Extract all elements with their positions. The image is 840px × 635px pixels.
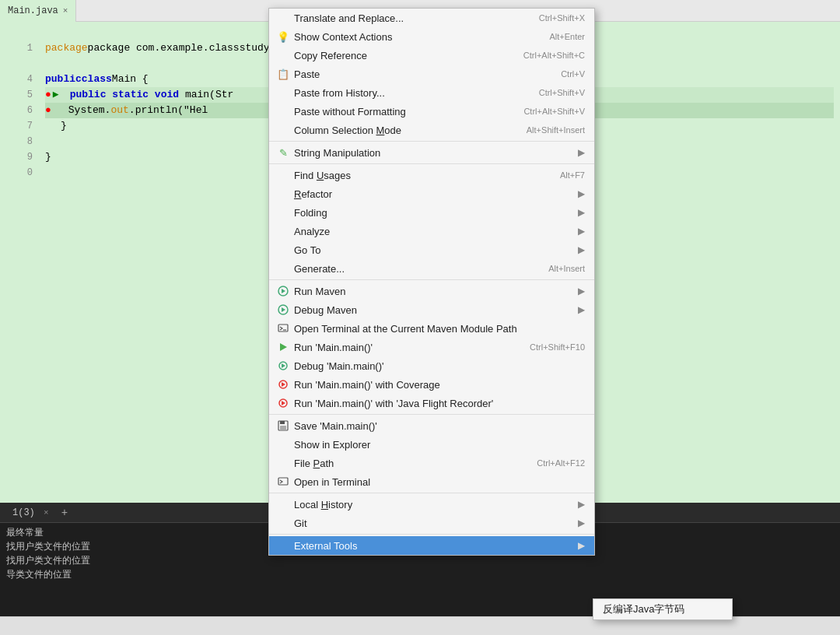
external-tools-arrow: ▶ — [578, 540, 585, 551]
run-main-label: Run 'Main.main()' — [294, 342, 373, 353]
menu-git[interactable]: Git ▶ — [269, 514, 594, 532]
submenu-decompile[interactable]: 反编译Java字节码 — [593, 599, 732, 619]
git-arrow: ▶ — [578, 517, 585, 528]
translate-icon — [277, 12, 289, 24]
menu-save-main[interactable]: Save 'Main.main()' — [269, 416, 594, 435]
line-numbers: 1 4 5 6 7 8 9 0 — [0, 22, 39, 181]
run-main-shortcut: Ctrl+Shift+F10 — [530, 342, 585, 352]
terminal-tab-label: 1(3) — [12, 507, 35, 518]
paste-history-shortcut: Ctrl+Shift+V — [539, 88, 585, 97]
find-usages-icon — [277, 169, 289, 181]
separator-3 — [269, 279, 594, 280]
column-selection-shortcut: Alt+Shift+Insert — [527, 125, 585, 135]
menu-column-selection[interactable]: Column Selection Mode Alt+Shift+Insert — [269, 121, 594, 139]
class-name: Main { — [112, 72, 149, 87]
generate-icon — [277, 262, 289, 275]
menu-paste-no-format[interactable]: Paste without Formatting Ctrl+Alt+Shift+… — [269, 102, 594, 121]
menu-find-usages[interactable]: Find Usages Alt+F7 — [269, 166, 594, 184]
package-keyword: package — [45, 40, 88, 56]
tab-label: Main.java — [8, 5, 58, 16]
menu-debug-maven[interactable]: Debug Maven ▶ — [269, 300, 594, 319]
git-label: Git — [294, 517, 307, 529]
go-to-label: Go To — [294, 244, 320, 256]
analyze-arrow: ▶ — [578, 226, 585, 237]
main-java-tab[interactable]: Main.java × — [0, 0, 76, 22]
debug-main-label: Debug 'Main.main()' — [294, 360, 384, 372]
menu-string-manipulation[interactable]: ✎ String Manipulation ▶ — [269, 143, 594, 162]
menu-file-path[interactable]: File Path Ctrl+Alt+F12 — [269, 454, 594, 472]
terminal-tab-1[interactable]: 1(3) × — [6, 506, 55, 520]
column-selection-icon — [277, 124, 289, 136]
debug-maven-label: Debug Maven — [294, 304, 357, 316]
analyze-label: Analyze — [294, 226, 330, 237]
refactor-label: Refactor — [294, 188, 332, 200]
open-terminal-maven-label: Open Terminal at the Current Maven Modul… — [294, 323, 517, 335]
menu-paste-history[interactable]: Paste from History... Ctrl+Shift+V — [269, 83, 594, 102]
svg-rect-14 — [280, 421, 285, 424]
breakpoint-1: ● — [45, 87, 51, 103]
menu-run-coverage[interactable]: Run 'Main.main()' with Coverage — [269, 375, 594, 394]
folding-icon — [277, 206, 289, 219]
close-brace: } — [61, 118, 67, 134]
paste-no-format-icon — [277, 105, 289, 118]
folding-arrow: ▶ — [578, 207, 585, 218]
local-history-arrow: ▶ — [578, 499, 585, 510]
menu-go-to[interactable]: Go To ▶ — [269, 240, 594, 259]
paste-no-format-label: Paste without Formatting — [294, 106, 406, 118]
menu-run-main[interactable]: Run 'Main.main()' Ctrl+Shift+F10 — [269, 338, 594, 356]
save-main-icon — [277, 419, 289, 432]
save-main-label: Save 'Main.main()' — [294, 420, 377, 432]
go-to-arrow: ▶ — [578, 244, 585, 255]
terminal-tab-add[interactable]: + — [61, 507, 68, 519]
paste-history-icon — [277, 86, 289, 99]
breakpoint-2: ● — [45, 103, 51, 118]
menu-open-terminal-maven[interactable]: Open Terminal at the Current Maven Modul… — [269, 319, 594, 338]
paste-no-format-shortcut: Ctrl+Alt+Shift+V — [523, 107, 585, 116]
menu-show-in-explorer[interactable]: Show in Explorer — [269, 435, 594, 454]
separator-2 — [269, 163, 594, 164]
close-brace2: } — [45, 149, 51, 165]
menu-debug-main[interactable]: Debug 'Main.main()' — [269, 356, 594, 375]
context-menu: Translate and Replace... Ctrl+Shift+X 💡 … — [268, 8, 595, 556]
menu-translate-replace[interactable]: Translate and Replace... Ctrl+Shift+X — [269, 9, 594, 27]
run-coverage-icon — [277, 378, 289, 391]
menu-local-history[interactable]: Local History ▶ — [269, 495, 594, 514]
run-coverage-label: Run 'Main.main()' with Coverage — [294, 379, 440, 391]
menu-refactor[interactable]: Refactor ▶ — [269, 184, 594, 203]
go-to-icon — [277, 244, 289, 256]
menu-run-flight[interactable]: Run 'Main.main()' with 'Java Flight Reco… — [269, 394, 594, 412]
run-main-icon — [277, 341, 289, 353]
run-flight-label: Run 'Main.main()' with 'Java Flight Reco… — [294, 398, 493, 409]
public-keyword: public — [45, 72, 82, 87]
external-tools-submenu: 反编译Java字节码 — [593, 598, 733, 620]
context-actions-label: Show Context Actions — [294, 31, 392, 43]
file-path-icon — [277, 457, 289, 469]
local-history-label: Local History — [294, 499, 352, 510]
debug-maven-icon — [277, 303, 289, 316]
menu-analyze[interactable]: Analyze ▶ — [269, 222, 594, 240]
git-icon — [277, 517, 289, 529]
menu-paste[interactable]: 📋 Paste Ctrl+V — [269, 65, 594, 83]
menu-open-in-terminal[interactable]: Open in Terminal — [269, 472, 594, 491]
tab-close-button[interactable]: × — [63, 6, 68, 16]
terminal-line-3: 找用户类文件的位置 — [6, 554, 834, 568]
external-tools-icon — [277, 539, 289, 552]
refactor-icon — [277, 188, 289, 200]
menu-run-maven[interactable]: Run Maven ▶ — [269, 282, 594, 300]
terminal-tab-close[interactable]: × — [44, 508, 49, 517]
menu-show-context-actions[interactable]: 💡 Show Context Actions Alt+Enter — [269, 27, 594, 46]
open-in-terminal-label: Open in Terminal — [294, 476, 370, 488]
refactor-arrow: ▶ — [578, 188, 585, 199]
svg-marker-12 — [282, 401, 285, 405]
svg-marker-1 — [282, 289, 285, 293]
separator-6 — [269, 534, 594, 535]
external-tools-label: External Tools — [294, 540, 357, 552]
separator-1 — [269, 141, 594, 142]
translate-shortcut: Ctrl+Shift+X — [539, 13, 585, 23]
run-maven-label: Run Maven — [294, 286, 345, 297]
menu-external-tools[interactable]: External Tools ▶ — [269, 536, 594, 555]
menu-generate[interactable]: Generate... Alt+Insert — [269, 259, 594, 278]
menu-copy-reference[interactable]: Copy Reference Ctrl+Alt+Shift+C — [269, 46, 594, 65]
menu-folding[interactable]: Folding ▶ — [269, 203, 594, 222]
separator-4 — [269, 414, 594, 415]
